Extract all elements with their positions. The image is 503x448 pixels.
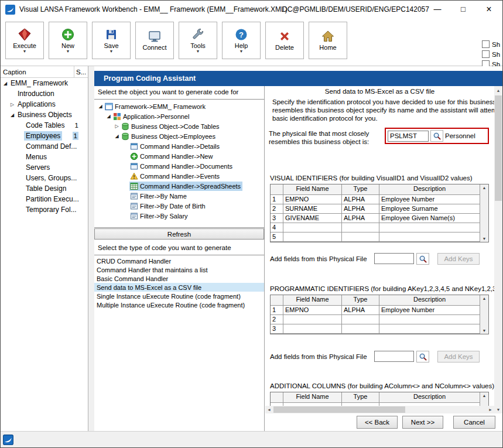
- scroll-up-icon[interactable]: ▲: [483, 394, 487, 398]
- count-badge: 1: [73, 132, 78, 140]
- tree-item-command-definitions[interactable]: Command Def...: [1, 141, 88, 152]
- scroll-down-icon[interactable]: ▼: [494, 405, 502, 413]
- save-button[interactable]: Save ▼: [92, 22, 131, 59]
- visual-add-keys-button[interactable]: Add Keys: [437, 253, 480, 265]
- tree-item-table-design[interactable]: Table Design: [1, 183, 88, 194]
- physical-file-search-button[interactable]: [430, 130, 443, 142]
- physical-file-input[interactable]: [388, 131, 429, 142]
- visual-add-fields-input[interactable]: [374, 253, 414, 264]
- object-tree-item-ch-documents[interactable]: Command Handler->Documents: [94, 161, 264, 171]
- vertical-scrollbar[interactable]: ▲ ▼: [494, 86, 502, 413]
- object-tree-item-filter-by-dob[interactable]: Filter->By Date of Birth: [94, 201, 264, 211]
- refresh-button[interactable]: Refresh: [94, 228, 264, 240]
- tree-item-servers[interactable]: Servers: [1, 162, 88, 173]
- programmatic-add-fields-search-button[interactable]: [416, 351, 429, 362]
- tree-item-business-objects[interactable]: ◢ Business Objects: [1, 110, 88, 120]
- table-row[interactable]: 2: [271, 315, 480, 324]
- visual-add-fields-search-button[interactable]: [416, 253, 429, 265]
- cancel-button[interactable]: Cancel: [453, 416, 495, 429]
- tree-item-employees[interactable]: Employees 1: [1, 131, 88, 141]
- scroll-down-icon[interactable]: ▼: [483, 329, 487, 333]
- object-tree-item-framework[interactable]: ◢ Framework->EMM_ Framework: [94, 101, 264, 111]
- checkbox-box[interactable]: [482, 40, 490, 48]
- s-column-header[interactable]: S...: [74, 66, 88, 77]
- table-scrollbar[interactable]: ▲ ▼: [480, 295, 488, 334]
- delete-button[interactable]: Delete: [265, 22, 304, 59]
- tools-button[interactable]: Tools ▼: [179, 22, 217, 59]
- tree-item-menus[interactable]: Menus: [1, 152, 88, 162]
- tree-item-temporary-folder[interactable]: Temporary Fol...: [1, 204, 88, 215]
- table-row[interactable]: 2SURNAMEALPHAEmployee Surname: [271, 204, 480, 214]
- show-checkbox-2[interactable]: Sh: [482, 50, 500, 58]
- object-tree-item-bo-code-tables[interactable]: ▷ Business Object->Code Tables: [94, 121, 264, 131]
- object-tree-item-ch-spreadsheets[interactable]: Command Handler->SpreadSheets: [94, 181, 264, 191]
- expander-icon[interactable]: ◢: [113, 134, 121, 139]
- scroll-right-icon[interactable]: ►: [487, 406, 494, 413]
- object-tree-item-filter-by-name[interactable]: Filter->By Name: [94, 191, 264, 201]
- tree-item-emm-framework[interactable]: ◢ EMM_ Framework: [1, 78, 88, 88]
- code-type-list-handler[interactable]: Command Handler that maintains a list: [94, 265, 264, 274]
- object-tree-item-application-personnel[interactable]: ◢ Application->Personnel: [94, 111, 264, 121]
- tree-item-partition-execution[interactable]: Partition Execu...: [1, 194, 88, 204]
- table-row[interactable]: 3: [271, 324, 480, 334]
- table-row[interactable]: 4: [271, 223, 480, 232]
- table-scrollbar[interactable]: ▲ ▼: [480, 392, 488, 406]
- horizontal-scrollbar[interactable]: ◄ ►: [265, 406, 494, 413]
- expander-icon[interactable]: ◢: [97, 104, 104, 109]
- tree-item-applications[interactable]: ▷ Applications: [1, 99, 88, 110]
- show-checkbox-1[interactable]: Sh: [482, 40, 500, 48]
- close-button[interactable]: ×: [476, 1, 502, 18]
- scroll-up-icon[interactable]: ▲: [494, 86, 502, 94]
- table-row[interactable]: 3GIVENAMEALPHAEmployee Given Name(s): [271, 214, 480, 223]
- scroll-up-icon[interactable]: ▲: [483, 296, 487, 300]
- scrollbar-thumb[interactable]: [273, 406, 405, 413]
- expander-icon[interactable]: ◢: [2, 81, 9, 86]
- save-icon: [104, 28, 118, 42]
- help-button[interactable]: ? Help ▼: [222, 22, 261, 59]
- minimize-button[interactable]: —: [425, 1, 450, 18]
- table-row[interactable]: 1EMPNOALPHAEmployee Number: [271, 195, 480, 204]
- expander-icon[interactable]: ◢: [9, 112, 16, 118]
- code-type-basic[interactable]: Basic Command Handler: [94, 274, 264, 283]
- tree-item-code-tables[interactable]: Code Tables 1: [1, 120, 88, 131]
- home-button[interactable]: Home: [309, 22, 347, 59]
- object-tree-item-filter-by-salary[interactable]: Filter->By Salary: [94, 211, 264, 221]
- object-tree: ◢ Framework->EMM_ Framework ◢ Applicatio…: [94, 99, 264, 228]
- connect-button[interactable]: Connect: [135, 22, 174, 59]
- programmatic-add-fields-input[interactable]: [374, 351, 414, 362]
- table-scrollbar[interactable]: ▲ ▼: [480, 184, 488, 242]
- object-tree-item-bo-employees[interactable]: ◢ Business Object->Employees: [94, 131, 264, 141]
- table-row[interactable]: 5: [271, 232, 480, 242]
- row-number-header: [271, 184, 283, 195]
- add-fields-label: Add fields from this Physical File: [270, 255, 367, 262]
- search-icon: [419, 255, 427, 264]
- tree-item-users-groups[interactable]: Users, Groups...: [1, 173, 88, 183]
- new-button[interactable]: New ▼: [49, 22, 87, 59]
- maximize-button[interactable]: □: [450, 1, 476, 18]
- scroll-down-icon[interactable]: ▼: [483, 237, 487, 241]
- object-tree-item-ch-new[interactable]: Command Handler->New: [94, 151, 264, 161]
- expander-icon[interactable]: ▷: [113, 124, 121, 129]
- scroll-up-icon[interactable]: ▲: [483, 186, 487, 190]
- next-button[interactable]: Next >>: [402, 416, 443, 429]
- table-row[interactable]: 1EMPNOALPHAEmployee Number: [271, 306, 480, 315]
- tree-item-introduction[interactable]: Introduction: [1, 88, 88, 99]
- object-tree-item-ch-details[interactable]: Command Handler->Details: [94, 141, 264, 151]
- expander-icon[interactable]: ◢: [105, 114, 112, 119]
- code-type-multiple-uexecute[interactable]: Multiple Instance uExecute Routine (code…: [94, 300, 264, 309]
- caption-column-header[interactable]: Caption: [1, 69, 74, 76]
- object-tree-item-ch-events[interactable]: Command Handler->Events: [94, 171, 264, 181]
- execute-button[interactable]: Execute ▼: [5, 22, 44, 59]
- additional-columns-table: Field Name Type Description ▲ ▼: [270, 392, 489, 406]
- scrollbar-thumb[interactable]: [495, 95, 502, 201]
- programmatic-add-keys-button[interactable]: Add Keys: [437, 351, 480, 362]
- back-button[interactable]: << Back: [357, 416, 398, 429]
- code-type-crud[interactable]: CRUD Command Handler: [94, 257, 264, 265]
- code-type-csv[interactable]: Send data to MS-Excel as a CSV file: [94, 283, 264, 292]
- code-type-single-uexecute[interactable]: Single Instance uExecute Routine (code f…: [94, 292, 264, 300]
- scroll-left-icon[interactable]: ◄: [265, 406, 273, 413]
- expander-icon[interactable]: ▷: [9, 102, 16, 107]
- code-type-list: CRUD Command Handler Command Handler tha…: [94, 255, 264, 309]
- programmatic-add-fields-row: Add fields from this Physical File Add K…: [270, 351, 494, 364]
- checkbox-box[interactable]: [482, 50, 490, 58]
